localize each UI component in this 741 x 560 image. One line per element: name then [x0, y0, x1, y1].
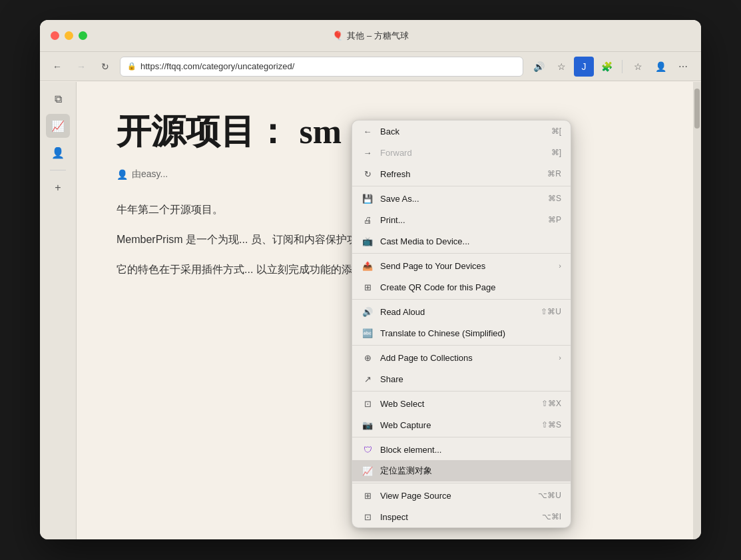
separator-2 — [352, 253, 571, 254]
share-label: Share — [380, 374, 561, 384]
extensions-button[interactable]: J — [574, 57, 594, 77]
context-menu-view-source[interactable]: ⊞ View Page Source ⌥⌘U — [352, 485, 571, 506]
inspect-icon: ⊡ — [362, 511, 373, 523]
address-bar[interactable]: 🔒 https://ftqq.com/category/uncategorize… — [120, 57, 523, 77]
context-menu-block-element[interactable]: 🛡 Block element... — [352, 439, 571, 460]
separator-3 — [352, 299, 571, 300]
web-capture-shortcut: ⇧⌘S — [541, 420, 561, 429]
separator-7 — [352, 483, 571, 483]
print-shortcut: ⌘P — [548, 215, 561, 224]
block-icon: 🛡 — [362, 443, 373, 455]
web-select-icon: ⊡ — [362, 398, 373, 410]
puzzle-button[interactable]: 🧩 — [597, 57, 617, 77]
locate-icon: 📈 — [362, 465, 373, 477]
minimize-button[interactable] — [65, 31, 73, 40]
forward-shortcut: ⌘] — [551, 148, 561, 157]
context-menu-read-aloud[interactable]: 🔊 Read Aloud ⇧⌘U — [352, 301, 571, 322]
close-button[interactable] — [51, 31, 59, 40]
sidebar-add-button[interactable]: + — [46, 176, 70, 200]
maximize-button[interactable] — [79, 31, 87, 40]
separator-4 — [352, 345, 571, 346]
context-menu-inspect[interactable]: ⊡ Inspect ⌥⌘I — [352, 506, 571, 527]
window-title-text: 其他 – 方糖气球 — [347, 30, 408, 42]
web-select-shortcut: ⇧⌘X — [541, 399, 561, 408]
inspect-shortcut: ⌥⌘I — [542, 512, 561, 521]
read-aloud-label: Read Aloud — [380, 307, 534, 317]
cast-label: Cast Media to Device... — [380, 236, 561, 246]
context-menu-cast[interactable]: 📺 Cast Media to Device... — [352, 230, 571, 252]
profile-button[interactable]: 👤 — [650, 57, 670, 77]
forward-button[interactable]: → — [72, 57, 91, 76]
sidebar-avatar-button[interactable]: 👤 — [46, 140, 70, 164]
title-favicon: 🎈 — [332, 31, 343, 41]
read-aloud-nav-button[interactable]: 🔊 — [529, 57, 549, 77]
locate-label: 定位监测对象 — [380, 465, 561, 477]
refresh-shortcut: ⌘R — [547, 169, 561, 178]
context-menu-forward[interactable]: → Forward ⌘] — [352, 142, 571, 163]
view-source-label: View Page Source — [380, 491, 531, 501]
save-as-label: Save As... — [380, 194, 541, 204]
context-menu-web-capture[interactable]: 📷 Web Capture ⇧⌘S — [352, 414, 571, 435]
sidebar-activity-button[interactable]: 📈 — [46, 114, 70, 138]
separator-6 — [352, 437, 571, 437]
refresh-icon: ↻ — [362, 168, 373, 180]
collections-arrow: › — [559, 354, 561, 362]
separator-1 — [352, 186, 571, 186]
context-menu-send-page[interactable]: 📤 Send Page to Your Devices › — [352, 255, 571, 276]
context-menu-locate[interactable]: 📈 定位监测对象 — [352, 460, 571, 481]
forward-icon: → — [362, 146, 373, 158]
context-menu-translate[interactable]: 🔤 Translate to Chinese (Simplified) — [352, 322, 571, 344]
nav-divider — [622, 60, 622, 73]
context-menu-share[interactable]: ↗ Share — [352, 368, 571, 390]
scrollbar-thumb[interactable] — [694, 89, 700, 129]
back-icon: ← — [362, 125, 373, 137]
context-menu-print[interactable]: 🖨 Print... ⌘P — [352, 209, 571, 230]
context-menu-save-as[interactable]: 💾 Save As... ⌘S — [352, 188, 571, 209]
refresh-button[interactable]: ↻ — [96, 57, 115, 76]
source-icon: ⊞ — [362, 489, 373, 501]
context-menu-qr-code[interactable]: ⊞ Create QR Code for this Page — [352, 276, 571, 298]
send-page-label: Send Page to Your Devices — [380, 261, 552, 271]
print-label: Print... — [380, 215, 541, 225]
add-collections-label: Add Page to Collections — [380, 353, 552, 363]
favorites-button[interactable]: ☆ — [551, 57, 571, 77]
context-menu-refresh[interactable]: ↻ Refresh ⌘R — [352, 163, 571, 184]
favorites-nav-button[interactable]: ☆ — [628, 57, 648, 77]
translate-label: Translate to Chinese (Simplified) — [380, 328, 561, 338]
send-icon: 📤 — [362, 260, 373, 272]
forward-label: Forward — [380, 148, 545, 158]
back-button[interactable]: ← — [48, 57, 67, 76]
sidebar-copy-button[interactable]: ⧉ — [46, 87, 70, 111]
web-capture-label: Web Capture — [380, 420, 535, 430]
author-icon: 👤 — [117, 169, 128, 180]
context-menu-add-collections[interactable]: ⊕ Add Page to Collections › — [352, 347, 571, 368]
web-select-label: Web Select — [380, 399, 535, 409]
translate-icon: 🔤 — [362, 327, 373, 339]
qr-label: Create QR Code for this Page — [380, 282, 561, 292]
back-shortcut: ⌘[ — [551, 127, 561, 136]
title-bar: 🎈 其他 – 方糖气球 — [40, 20, 701, 52]
back-label: Back — [380, 127, 545, 137]
refresh-label: Refresh — [380, 169, 541, 179]
window-title: 🎈 其他 – 方糖气球 — [332, 30, 408, 42]
web-capture-icon: 📷 — [362, 419, 373, 431]
sidebar-divider — [50, 170, 66, 170]
read-aloud-shortcut: ⇧⌘U — [541, 307, 561, 316]
author-text: 由easy... — [132, 168, 168, 180]
read-aloud-icon: 🔊 — [362, 306, 373, 318]
context-menu-web-select[interactable]: ⊡ Web Select ⇧⌘X — [352, 393, 571, 414]
inspect-label: Inspect — [380, 512, 535, 522]
scrollbar[interactable] — [693, 82, 701, 539]
view-source-shortcut: ⌥⌘U — [538, 491, 561, 500]
nav-actions: 🔊 ☆ J 🧩 ☆ 👤 ⋯ — [529, 57, 693, 77]
context-menu: ← Back ⌘[ → Forward ⌘] ↻ Refresh ⌘R 💾 Sa… — [352, 120, 571, 528]
more-button[interactable]: ⋯ — [673, 57, 693, 77]
context-menu-back[interactable]: ← Back ⌘[ — [352, 121, 571, 142]
traffic-lights — [51, 31, 87, 40]
nav-bar: ← → ↻ 🔒 https://ftqq.com/category/uncate… — [40, 52, 701, 81]
sidebar: ⧉ 📈 👤 + — [40, 82, 77, 539]
lock-icon: 🔒 — [127, 62, 136, 71]
save-as-shortcut: ⌘S — [548, 194, 561, 203]
separator-5 — [352, 391, 571, 392]
block-element-label: Block element... — [380, 445, 561, 455]
